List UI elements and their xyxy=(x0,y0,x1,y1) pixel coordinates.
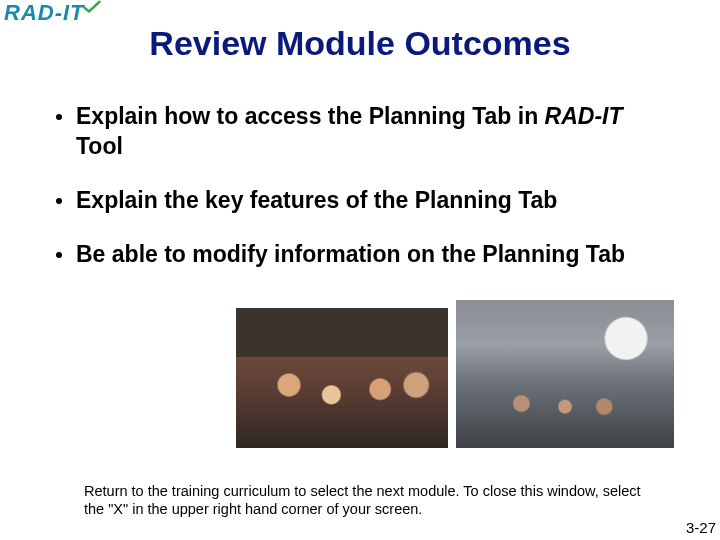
bullet-text-pre: Explain the key features of the Planning… xyxy=(76,187,557,213)
bullet-dot-icon xyxy=(56,198,62,204)
bullet-text-pre: Explain how to access the Planning Tab i… xyxy=(76,103,545,129)
bullet-text: Be able to modify information on the Pla… xyxy=(76,240,625,270)
bullet-list: Explain how to access the Planning Tab i… xyxy=(56,102,670,294)
bullet-dot-icon xyxy=(56,114,62,120)
bullet-dot-icon xyxy=(56,252,62,258)
bullet-text-pre: Be able to modify information on the Pla… xyxy=(76,241,625,267)
page-number: 3-27 xyxy=(686,519,716,536)
photo-placeholder xyxy=(456,300,674,448)
app-logo: RAD-IT xyxy=(4,2,101,24)
list-item: Explain how to access the Planning Tab i… xyxy=(56,102,670,162)
photo-classroom-discussion xyxy=(236,308,448,448)
list-item: Be able to modify information on the Pla… xyxy=(56,240,670,270)
photo-lecture-hall xyxy=(456,300,674,448)
list-item: Explain the key features of the Planning… xyxy=(56,186,670,216)
bullet-text-post: Tool xyxy=(76,133,123,159)
image-row xyxy=(236,308,674,456)
check-icon xyxy=(83,0,101,14)
logo-text: RAD-IT xyxy=(4,2,85,24)
slide-title: Review Module Outcomes xyxy=(0,24,720,63)
bullet-text: Explain the key features of the Planning… xyxy=(76,186,557,216)
bullet-text-ital: RAD-IT xyxy=(545,103,623,129)
footer-instruction: Return to the training curriculum to sel… xyxy=(84,482,644,518)
bullet-text: Explain how to access the Planning Tab i… xyxy=(76,102,670,162)
photo-placeholder xyxy=(236,308,448,448)
